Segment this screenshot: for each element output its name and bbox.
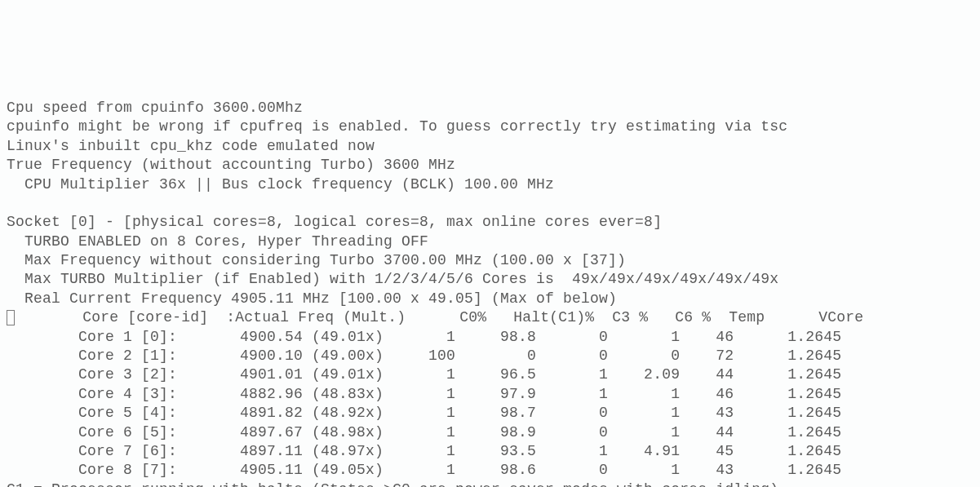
header-line-3: Linux's inbuilt cpu_khz code emulated no… [7, 138, 375, 154]
header-line-2: cpuinfo might be wrong if cpufreq is ena… [7, 118, 787, 135]
core-table-header: Core [core-id] :Actual Freq (Mult.) C0% … [20, 309, 863, 325]
core-row-1: Core 1 [0]: 4900.54 (49.01x) 1 98.8 0 1 … [7, 329, 841, 345]
core-row-7: Core 7 [6]: 4897.11 (48.97x) 1 93.5 1 4.… [7, 443, 841, 459]
cursor-icon [7, 310, 15, 325]
core-row-6: Core 6 [5]: 4897.67 (48.98x) 1 98.9 0 1 … [7, 424, 841, 441]
core-row-8: Core 8 [7]: 4905.11 (49.05x) 1 98.6 0 1 … [7, 462, 841, 478]
socket-line-4: Max TURBO Multiplier (if Enabled) with 1… [7, 271, 778, 287]
socket-line-3: Max Frequency without considering Turbo … [7, 252, 626, 268]
socket-line-5: Real Current Frequency 4905.11 MHz [100.… [7, 290, 617, 307]
core-row-5: Core 5 [4]: 4891.82 (48.92x) 1 98.7 0 1 … [7, 405, 841, 421]
socket-line-1: Socket [0] - [physical cores=8, logical … [7, 214, 662, 230]
core-row-4: Core 4 [3]: 4882.96 (48.83x) 1 97.9 1 1 … [7, 386, 841, 402]
core-row-2: Core 2 [1]: 4900.10 (49.00x) 100 0 0 0 7… [7, 348, 841, 364]
header-line-5: CPU Multiplier 36x || Bus clock frequenc… [7, 176, 554, 193]
header-line-4: True Frequency (without accounting Turbo… [7, 157, 455, 173]
footer-line-1: C1 = Processor running with halts (State… [7, 481, 778, 487]
core-row-3: Core 3 [2]: 4901.01 (49.01x) 1 96.5 1 2.… [7, 366, 841, 383]
socket-line-2: TURBO ENABLED on 8 Cores, Hyper Threadin… [7, 233, 428, 250]
terminal-output: Cpu speed from cpuinfo 3600.00Mhz cpuinf… [0, 95, 980, 487]
header-line-1: Cpu speed from cpuinfo 3600.00Mhz [7, 100, 303, 116]
